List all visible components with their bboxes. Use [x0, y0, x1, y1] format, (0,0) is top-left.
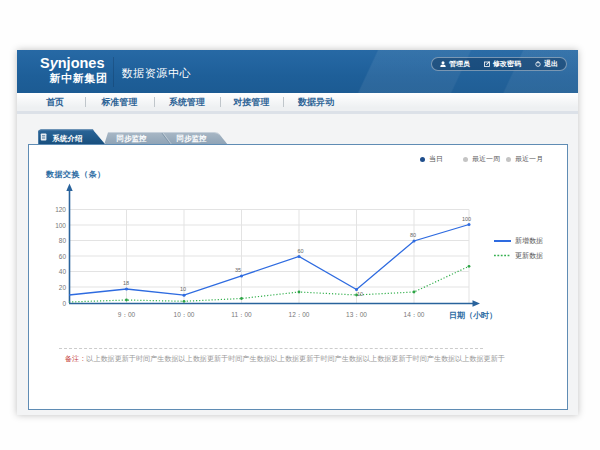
svg-text:12：00: 12：00 [289, 311, 310, 318]
svg-text:18: 18 [123, 280, 129, 286]
svg-text:10：00: 10：00 [174, 311, 195, 318]
svg-text:11：00: 11：00 [231, 311, 252, 318]
svg-text:13：00: 13：00 [346, 311, 367, 318]
svg-text:100: 100 [462, 216, 471, 222]
svg-text:60: 60 [298, 248, 304, 254]
svg-text:120: 120 [55, 206, 66, 213]
svg-text:20: 20 [59, 284, 67, 291]
svg-text:10: 10 [357, 291, 363, 297]
svg-text:10: 10 [180, 286, 186, 292]
svg-text:日期（小时）: 日期（小时） [449, 311, 497, 320]
svg-text:0: 0 [62, 300, 66, 307]
svg-text:80: 80 [410, 232, 416, 238]
svg-text:35: 35 [235, 267, 241, 273]
svg-text:同步监控: 同步监控 [117, 134, 148, 143]
svg-text:40: 40 [59, 268, 67, 275]
svg-text:60: 60 [59, 253, 67, 260]
svg-text:9：00: 9：00 [118, 311, 136, 318]
svg-text:系统介绍: 系统介绍 [52, 134, 83, 143]
svg-text:80: 80 [59, 237, 67, 244]
svg-text:100: 100 [55, 222, 66, 229]
svg-text:14：00: 14：00 [404, 311, 425, 318]
svg-text:同步监控: 同步监控 [177, 134, 208, 143]
